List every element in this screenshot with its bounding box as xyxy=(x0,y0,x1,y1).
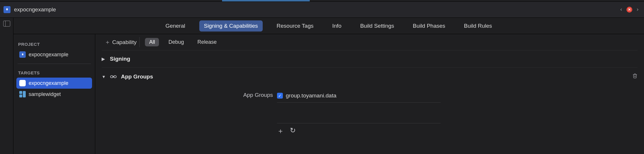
app-target-icon xyxy=(19,80,26,86)
sidebar-target-widget[interactable]: samplewidget xyxy=(16,89,92,100)
nav-forward-button[interactable] xyxy=(635,7,640,13)
signing-section: ▶ Signing xyxy=(102,50,638,68)
add-capability-label: Capability xyxy=(112,39,136,46)
project-header: expocngexample xyxy=(0,1,644,18)
editor-tabs: General Signing & Capabilities Resource … xyxy=(13,18,644,34)
nav-back-button[interactable] xyxy=(618,7,624,13)
refresh-groups-button[interactable]: ↻ xyxy=(289,126,296,136)
tab-build-phases[interactable]: Build Phases xyxy=(408,20,450,32)
link-icon xyxy=(110,74,117,79)
add-group-button[interactable]: ＋ xyxy=(277,126,284,136)
config-release[interactable]: Release xyxy=(193,38,221,46)
sidebar-project-name: expocngexample xyxy=(29,52,68,58)
plus-icon: ＋ xyxy=(105,38,110,46)
tab-general[interactable]: General xyxy=(161,20,190,32)
tab-info[interactable]: Info xyxy=(328,20,346,32)
app-store-icon xyxy=(4,6,11,13)
target-sidebar: PROJECT expocngexample TARGETS expocngex… xyxy=(13,34,95,154)
sidebar-target-name: samplewidget xyxy=(29,91,61,97)
tab-resource-tags[interactable]: Resource Tags xyxy=(272,20,318,32)
config-all[interactable]: All xyxy=(145,38,159,46)
sidebar-target-app[interactable]: expocngexample xyxy=(16,78,92,89)
app-group-row[interactable]: ✓ group.toyamani.data xyxy=(277,92,441,103)
app-group-name: group.toyamani.data xyxy=(286,92,336,99)
sidebar-project-item[interactable]: expocngexample xyxy=(16,49,92,60)
signing-title: Signing xyxy=(110,56,130,62)
tab-build-rules[interactable]: Build Rules xyxy=(459,20,497,32)
widget-target-icon xyxy=(19,91,26,97)
delete-capability-button[interactable] xyxy=(632,73,638,80)
sidebar-target-name: expocngexample xyxy=(29,80,68,86)
app-group-checkbox[interactable]: ✓ xyxy=(277,93,283,99)
app-groups-disclosure[interactable]: ▼ xyxy=(102,74,106,79)
add-capability-button[interactable]: ＋ Capability xyxy=(102,37,140,47)
project-title: expocngexample xyxy=(14,6,56,13)
tab-signing-capabilities[interactable]: Signing & Capabilities xyxy=(199,20,263,32)
project-section-label: PROJECT xyxy=(16,39,92,49)
error-badge-icon[interactable] xyxy=(626,7,632,13)
app-groups-section: ▼ App Groups App Groups ✓ xyxy=(102,68,638,141)
toggle-sidebar-button[interactable] xyxy=(3,21,10,27)
tab-build-settings[interactable]: Build Settings xyxy=(356,20,399,32)
project-icon xyxy=(19,51,26,58)
targets-section-label: TARGETS xyxy=(16,67,92,78)
app-groups-field-label: App Groups xyxy=(239,92,277,136)
app-groups-title: App Groups xyxy=(121,74,153,80)
config-debug[interactable]: Debug xyxy=(164,38,188,46)
signing-disclosure[interactable]: ▶ xyxy=(102,57,106,61)
